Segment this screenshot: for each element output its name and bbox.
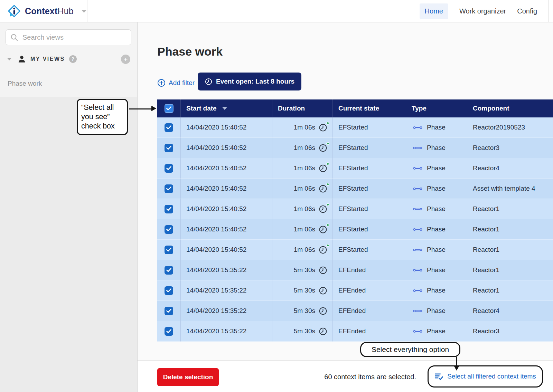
table-row[interactable]: 14/04/2020 15:40:52 1m 06s EFStarted Pha… (157, 219, 553, 240)
phase-type-icon (413, 207, 422, 211)
table-row[interactable]: 14/04/2020 15:35:22 5m 30s EFEnded Phase… (157, 260, 553, 280)
row-start-date: 14/04/2020 15:40:52 (181, 117, 272, 138)
table-row[interactable]: 14/04/2020 15:40:52 1m 06s EFStarted Pha… (157, 158, 553, 179)
row-type-label: Phase (427, 327, 446, 335)
table-row[interactable]: 14/04/2020 15:35:22 5m 30s EFEnded Phase… (157, 321, 553, 342)
nav-config[interactable]: Config (517, 7, 537, 15)
clock-icon (205, 78, 213, 86)
header-component[interactable]: Component (467, 99, 553, 117)
phase-type-icon (413, 146, 422, 150)
row-state: EFStarted (333, 240, 406, 260)
phase-type-icon (413, 166, 422, 171)
row-start-date: 14/04/2020 15:40:52 (181, 240, 272, 260)
phase-type-icon (413, 248, 422, 252)
table-body: 14/04/2020 15:40:52 1m 06s EFStarted Pha… (157, 117, 553, 342)
select-all-filtered-link[interactable]: Select all filtered context items (434, 373, 536, 381)
active-indicator-dot (326, 162, 329, 165)
row-type-label: Phase (427, 205, 446, 213)
table-row[interactable]: 14/04/2020 15:40:52 1m 06s EFStarted Pha… (157, 138, 553, 158)
row-type-label: Phase (427, 144, 446, 152)
row-start-date: 14/04/2020 15:40:52 (181, 138, 272, 158)
row-type-label: Phase (427, 246, 446, 254)
row-component: Reactor4 (467, 158, 553, 179)
row-state: EFStarted (333, 199, 406, 219)
row-checkbox[interactable] (165, 123, 173, 132)
table-row[interactable]: 14/04/2020 15:40:52 1m 06s EFStarted Pha… (157, 240, 553, 260)
selection-count-text: 60 context items are selected. (324, 373, 416, 381)
row-component: Reactor1 (467, 260, 553, 280)
clock-icon (318, 184, 328, 193)
row-checkbox[interactable] (165, 266, 173, 275)
add-view-button[interactable]: + (121, 55, 130, 64)
table-row[interactable]: 14/04/2020 15:40:52 1m 06s EFStarted Pha… (157, 179, 553, 199)
search-views-input[interactable] (22, 34, 126, 41)
nav-home[interactable]: Home (420, 3, 448, 19)
table-row[interactable]: 14/04/2020 15:40:52 1m 06s EFStarted Pha… (157, 117, 553, 138)
row-type-label: Phase (427, 307, 446, 315)
clock-icon (318, 164, 328, 173)
phase-type-icon (413, 309, 422, 313)
plus-circle-icon (157, 79, 166, 87)
row-checkbox[interactable] (165, 246, 173, 254)
table-header-row: Start date Duration Current state Type C… (157, 99, 553, 117)
row-checkbox[interactable] (165, 225, 173, 234)
row-start-date: 14/04/2020 15:35:22 (181, 260, 272, 280)
user-icon (17, 55, 26, 64)
row-duration: 1m 06s (294, 164, 315, 172)
row-checkbox[interactable] (165, 286, 173, 295)
sidebar-item-phase-work[interactable]: Phase work (0, 70, 137, 97)
row-duration: 1m 06s (294, 226, 315, 233)
header-current-state[interactable]: Current state (333, 99, 406, 117)
row-checkbox[interactable] (165, 144, 173, 152)
brand-name: ContextHub (25, 6, 74, 16)
phase-type-icon (413, 227, 422, 232)
header-cell-checkbox (157, 99, 181, 117)
row-state: EFEnded (333, 301, 406, 321)
filter-chip-label: Event open: Last 8 hours (216, 78, 294, 85)
row-type-label: Phase (427, 124, 446, 131)
my-views-label: MY VIEWS (30, 56, 65, 62)
row-component: Reactor3 (467, 138, 553, 158)
filter-chip-event-open[interactable]: Event open: Last 8 hours (198, 73, 301, 90)
annotation-arrow-line-vertical (456, 357, 457, 366)
header-duration[interactable]: Duration (272, 99, 333, 117)
row-duration: 1m 06s (294, 246, 315, 254)
my-views-row: MY VIEWS ? + (0, 52, 137, 66)
search-views-box[interactable] (6, 29, 131, 45)
active-indicator-dot (326, 244, 329, 247)
table-row[interactable]: 14/04/2020 15:40:52 1m 06s EFStarted Pha… (157, 199, 553, 219)
header-start-date[interactable]: Start date (181, 99, 272, 117)
table-row[interactable]: 14/04/2020 15:35:22 5m 30s EFEnded Phase… (157, 301, 553, 321)
collapse-caret-icon[interactable] (7, 58, 12, 60)
row-checkbox[interactable] (165, 307, 173, 315)
select-all-filtered-label: Select all filtered context items (447, 373, 536, 380)
row-component: Reactor4 (467, 301, 553, 321)
row-state: EFEnded (333, 321, 406, 342)
row-start-date: 14/04/2020 15:40:52 (181, 179, 272, 199)
brand-dropdown-caret-icon[interactable] (81, 10, 87, 13)
row-checkbox[interactable] (165, 184, 173, 193)
clock-icon (318, 204, 328, 214)
table-row[interactable]: 14/04/2020 15:35:22 5m 30s EFEnded Phase… (157, 280, 553, 301)
row-state: EFStarted (333, 179, 406, 199)
clock-icon (318, 286, 328, 295)
row-component: Asset with template 4 (467, 179, 553, 199)
phase-type-icon (413, 187, 422, 191)
row-start-date: 14/04/2020 15:40:52 (181, 158, 272, 179)
row-checkbox[interactable] (165, 327, 173, 336)
clock-icon (318, 327, 328, 336)
header-type[interactable]: Type (406, 99, 467, 117)
row-duration: 1m 06s (294, 185, 315, 192)
delete-selection-button[interactable]: Delete selection (157, 368, 219, 386)
row-checkbox[interactable] (165, 164, 173, 173)
row-state: EFEnded (333, 260, 406, 280)
annotation-arrow-head (151, 106, 156, 111)
row-component: Reactor20190523 (467, 117, 553, 138)
select-all-visible-checkbox[interactable] (165, 104, 174, 113)
row-checkbox[interactable] (165, 205, 173, 213)
help-icon[interactable]: ? (69, 55, 77, 63)
nav-work-organizer[interactable]: Work organizer (459, 7, 506, 15)
active-indicator-dot (326, 223, 329, 227)
add-filter-button[interactable]: Add filter (157, 77, 195, 89)
row-duration: 5m 30s (294, 327, 315, 335)
